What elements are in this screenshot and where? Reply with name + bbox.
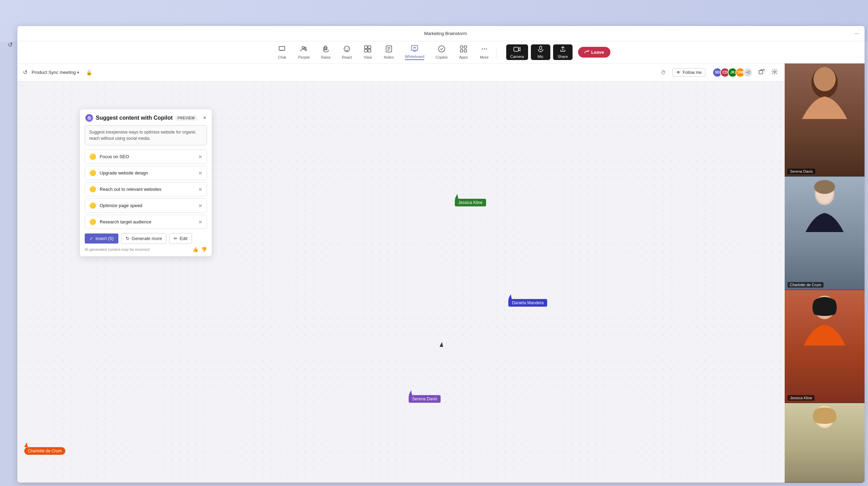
person-silhouette-4: [785, 403, 865, 445]
mic-label: Mic: [537, 54, 543, 59]
toolbar-item-apps[interactable]: Apps: [453, 44, 474, 61]
copilot-item-close-3[interactable]: ✕: [198, 187, 202, 192]
cursor-serena-davis: Serena Davis: [409, 390, 441, 403]
share-button[interactable]: Share: [553, 44, 573, 60]
toolbar-item-view[interactable]: View: [357, 44, 378, 61]
camera-button[interactable]: Camera: [506, 44, 528, 60]
cursor-arrow-serena: [409, 390, 412, 395]
svg-point-6: [345, 48, 346, 49]
leave-button[interactable]: Leave: [578, 47, 610, 58]
copilot-icon: [85, 114, 93, 122]
main-toolbar: Chat People Rais: [17, 41, 865, 63]
cursor-arrow-daniela: [508, 294, 512, 299]
refresh-button[interactable]: ↺: [8, 41, 13, 49]
whiteboard-toolbar: ↺ Product Sync meeting ▾ 🔒 ⏱ 👁 Follow me…: [17, 63, 785, 82]
copilot-item-text-2: Upgrade website design: [100, 170, 195, 176]
thumbs-down-icon[interactable]: 👎: [201, 247, 207, 252]
follow-me-icon: 👁: [676, 70, 681, 75]
video-sidebar: Serena Davis Charlotte de Crum: [785, 63, 865, 483]
video-tile-charlotte: Charlotte de Crum: [785, 177, 865, 290]
copilot-toolbar-icon: [438, 45, 445, 54]
window-title: Marketing Brainstorm: [424, 31, 467, 36]
svg-point-0: [302, 46, 304, 49]
toolbar-item-chat[interactable]: Chat: [272, 44, 292, 61]
copilot-item-3[interactable]: 🟡 Reach out to relevant websites ✕: [85, 182, 207, 196]
title-bar: Marketing Brainstorm ···: [17, 26, 865, 41]
notes-label: Notes: [384, 55, 394, 59]
copilot-item-close-2[interactable]: ✕: [198, 170, 202, 176]
view-label: View: [364, 55, 372, 59]
toolbar-item-copilot[interactable]: Copilot: [430, 44, 453, 61]
copilot-panel: Suggest content with Copilot PREVIEW × S…: [80, 109, 212, 256]
copilot-prompt-text: Suggest inexpensive ways to optimize web…: [85, 125, 207, 145]
video-name-charlotte: Charlotte de Crum: [787, 282, 824, 288]
generate-more-button[interactable]: ↻ Generate more: [121, 233, 166, 244]
thumbs-up-icon[interactable]: 👍: [192, 247, 198, 252]
copilot-close-button[interactable]: ×: [203, 115, 206, 121]
video-tile-jessica: Jessica Kline: [785, 290, 865, 403]
cursor-arrow-charlotte: [24, 442, 28, 447]
toolbar-item-whiteboard[interactable]: Whiteboard: [399, 43, 430, 61]
back-button[interactable]: ↺: [23, 69, 27, 76]
cursor-arrow-jessica: [455, 194, 458, 199]
cursor-tag-jessica: Jessica Kline: [455, 199, 486, 206]
view-icon: [364, 45, 372, 54]
sticky-icon-5: 🟡: [89, 219, 96, 225]
preview-badge: PREVIEW: [175, 116, 197, 121]
copilot-item-text-1: Focus on SEO: [100, 154, 195, 159]
more-icon: [481, 45, 488, 54]
whiteboard-canvas[interactable]: Jessica Kline Daniela Mandera: [17, 82, 785, 483]
svg-rect-21: [464, 50, 467, 52]
cursor-tag-charlotte: Charlotte de Crum: [24, 447, 65, 455]
copilot-item-close-4[interactable]: ✕: [198, 203, 202, 208]
insert-button[interactable]: ✓ Insert (5): [85, 233, 118, 244]
svg-rect-20: [460, 50, 463, 52]
apps-icon: [460, 45, 467, 54]
cursor-charlotte: Charlotte de Crum: [24, 442, 65, 455]
content-area: ↺ Product Sync meeting ▾ 🔒 ⏱ 👁 Follow me…: [17, 63, 865, 483]
timer-icon: ⏱: [661, 70, 666, 75]
toolbar-item-react[interactable]: React: [336, 44, 358, 61]
toolbar-item-more[interactable]: More: [474, 44, 495, 61]
svg-rect-19: [464, 46, 467, 48]
edit-button[interactable]: ✏ Edit: [169, 233, 192, 244]
cursor-tag-daniela: Daniela Mandera: [508, 299, 547, 307]
meeting-name[interactable]: Product Sync meeting ▾: [32, 70, 79, 75]
camera-icon: [514, 46, 520, 54]
wb-share-button[interactable]: [757, 67, 766, 78]
check-icon: ✓: [90, 236, 93, 241]
copilot-item-close-5[interactable]: ✕: [198, 219, 202, 225]
raise-icon: [322, 45, 330, 54]
cursor-arrow-anon: [440, 342, 443, 347]
whiteboard-area: ↺ Product Sync meeting ▾ 🔒 ⏱ 👁 Follow me…: [17, 63, 785, 483]
copilot-item-close-1[interactable]: ✕: [198, 154, 202, 160]
svg-rect-11: [368, 49, 371, 52]
svg-point-23: [484, 49, 485, 50]
lock-icon: 🔒: [86, 70, 92, 75]
copilot-item-1[interactable]: 🟡 Focus on SEO ✕: [85, 150, 207, 164]
sticky-icon-4: 🟡: [89, 202, 96, 209]
copilot-item-2[interactable]: 🟡 Upgrade website design ✕: [85, 166, 207, 180]
follow-me-button[interactable]: 👁 Follow me: [673, 68, 706, 77]
copilot-item-4[interactable]: 🟡 Optimize page speed ✕: [85, 198, 207, 213]
apps-label: Apps: [459, 55, 468, 59]
toolbar-item-people[interactable]: People: [292, 44, 315, 61]
avatar-more: +2: [743, 68, 753, 77]
mic-button[interactable]: Mic: [531, 44, 550, 60]
copilot-item-5[interactable]: 🟡 Research target audience ✕: [85, 215, 207, 229]
svg-point-33: [813, 67, 836, 91]
svg-point-24: [486, 49, 487, 50]
wb-settings-button[interactable]: [770, 67, 779, 78]
sticky-icon-3: 🟡: [89, 186, 96, 193]
svg-rect-4: [324, 47, 325, 50]
window-more-button[interactable]: ···: [854, 31, 859, 37]
toolbar-item-raise[interactable]: Raise: [316, 44, 336, 61]
person-silhouette-jessica: [785, 290, 865, 346]
camera-label: Camera: [510, 54, 524, 59]
feedback-icons: 👍 👎: [192, 247, 207, 252]
svg-rect-9: [368, 46, 371, 49]
chat-label: Chat: [278, 55, 286, 59]
toolbar-item-notes[interactable]: Notes: [378, 44, 399, 61]
sticky-icon-2: 🟡: [89, 170, 96, 176]
whiteboard-label: Whiteboard: [405, 54, 424, 59]
